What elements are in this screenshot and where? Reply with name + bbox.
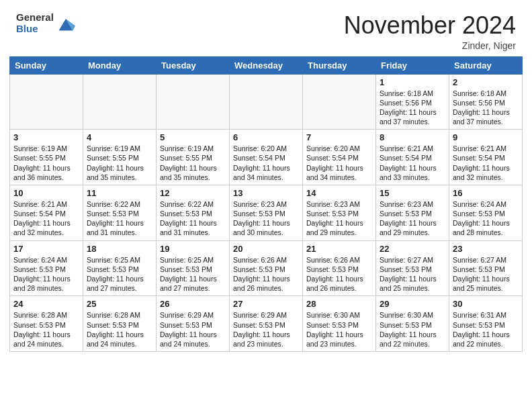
day-cell: 19Sunrise: 6:25 AMSunset: 5:53 PMDayligh… xyxy=(157,240,230,296)
day-info: Sunrise: 6:19 AMSunset: 5:55 PMDaylight:… xyxy=(13,144,79,182)
page: General Blue November 2024 Zinder, Niger… xyxy=(0,0,532,411)
day-cell: 17Sunrise: 6:24 AMSunset: 5:53 PMDayligh… xyxy=(10,240,83,296)
day-cell: 13Sunrise: 6:23 AMSunset: 5:53 PMDayligh… xyxy=(230,185,303,240)
day-info: Sunrise: 6:18 AMSunset: 5:56 PMDaylight:… xyxy=(453,89,519,127)
day-number: 24 xyxy=(13,299,79,309)
day-info: Sunrise: 6:26 AMSunset: 5:53 PMDaylight:… xyxy=(306,255,372,293)
day-cell xyxy=(303,74,376,130)
day-info: Sunrise: 6:20 AMSunset: 5:54 PMDaylight:… xyxy=(233,144,299,182)
day-info: Sunrise: 6:23 AMSunset: 5:53 PMDaylight:… xyxy=(380,199,445,238)
day-info: Sunrise: 6:30 AMSunset: 5:53 PMDaylight:… xyxy=(306,310,372,349)
day-number: 9 xyxy=(453,132,519,142)
day-cell: 8Sunrise: 6:21 AMSunset: 5:54 PMDaylight… xyxy=(376,130,449,185)
day-cell: 30Sunrise: 6:31 AMSunset: 5:53 PMDayligh… xyxy=(449,296,523,352)
day-info: Sunrise: 6:18 AMSunset: 5:56 PMDaylight:… xyxy=(380,89,445,127)
day-number: 1 xyxy=(380,77,445,87)
calendar-body: 1Sunrise: 6:18 AMSunset: 5:56 PMDaylight… xyxy=(10,74,523,351)
week-row-5: 24Sunrise: 6:28 AMSunset: 5:53 PMDayligh… xyxy=(10,296,523,352)
calendar-header: SundayMondayTuesdayWednesdayThursdayFrid… xyxy=(10,56,523,74)
logo-blue-text: Blue xyxy=(16,23,38,34)
day-cell: 16Sunrise: 6:24 AMSunset: 5:53 PMDayligh… xyxy=(449,185,523,240)
day-info: Sunrise: 6:22 AMSunset: 5:53 PMDaylight:… xyxy=(87,199,152,238)
day-number: 21 xyxy=(306,244,372,254)
day-info: Sunrise: 6:21 AMSunset: 5:54 PMDaylight:… xyxy=(13,199,79,238)
day-number: 13 xyxy=(233,188,299,198)
day-info: Sunrise: 6:29 AMSunset: 5:53 PMDaylight:… xyxy=(160,310,226,349)
day-number: 22 xyxy=(380,244,445,254)
day-number: 14 xyxy=(306,188,372,198)
col-header-sunday: Sunday xyxy=(10,56,83,74)
day-number: 7 xyxy=(306,132,372,142)
week-row-3: 10Sunrise: 6:21 AMSunset: 5:54 PMDayligh… xyxy=(10,185,523,240)
day-number: 4 xyxy=(87,132,152,142)
day-info: Sunrise: 6:31 AMSunset: 5:53 PMDaylight:… xyxy=(453,310,519,349)
day-number: 8 xyxy=(380,132,445,142)
col-header-friday: Friday xyxy=(376,56,449,74)
day-info: Sunrise: 6:24 AMSunset: 5:53 PMDaylight:… xyxy=(13,255,79,293)
day-cell xyxy=(83,74,157,130)
week-row-4: 17Sunrise: 6:24 AMSunset: 5:53 PMDayligh… xyxy=(10,240,523,296)
day-cell: 18Sunrise: 6:25 AMSunset: 5:53 PMDayligh… xyxy=(83,240,157,296)
header: General Blue November 2024 Zinder, Niger xyxy=(0,0,532,56)
header-row: SundayMondayTuesdayWednesdayThursdayFrid… xyxy=(10,56,523,74)
day-cell: 15Sunrise: 6:23 AMSunset: 5:53 PMDayligh… xyxy=(376,185,449,240)
day-cell: 24Sunrise: 6:28 AMSunset: 5:53 PMDayligh… xyxy=(10,296,83,352)
day-cell: 12Sunrise: 6:22 AMSunset: 5:53 PMDayligh… xyxy=(157,185,230,240)
col-header-monday: Monday xyxy=(83,56,157,74)
month-title: November 2024 xyxy=(344,12,516,39)
day-cell: 27Sunrise: 6:29 AMSunset: 5:53 PMDayligh… xyxy=(230,296,303,352)
day-info: Sunrise: 6:29 AMSunset: 5:53 PMDaylight:… xyxy=(233,310,299,349)
day-cell: 20Sunrise: 6:26 AMSunset: 5:53 PMDayligh… xyxy=(230,240,303,296)
day-info: Sunrise: 6:21 AMSunset: 5:54 PMDaylight:… xyxy=(453,144,519,182)
day-cell: 1Sunrise: 6:18 AMSunset: 5:56 PMDaylight… xyxy=(376,74,449,130)
day-info: Sunrise: 6:22 AMSunset: 5:53 PMDaylight:… xyxy=(160,199,226,238)
day-info: Sunrise: 6:23 AMSunset: 5:53 PMDaylight:… xyxy=(233,199,299,238)
week-row-1: 1Sunrise: 6:18 AMSunset: 5:56 PMDaylight… xyxy=(10,74,523,130)
day-cell: 7Sunrise: 6:20 AMSunset: 5:54 PMDaylight… xyxy=(303,130,376,185)
day-cell: 9Sunrise: 6:21 AMSunset: 5:54 PMDaylight… xyxy=(449,130,523,185)
day-cell: 6Sunrise: 6:20 AMSunset: 5:54 PMDaylight… xyxy=(230,130,303,185)
day-cell: 4Sunrise: 6:19 AMSunset: 5:55 PMDaylight… xyxy=(83,130,157,185)
day-cell xyxy=(230,74,303,130)
day-number: 6 xyxy=(233,132,299,142)
day-number: 18 xyxy=(87,244,152,254)
day-number: 20 xyxy=(233,244,299,254)
logo-general-text: General xyxy=(16,11,54,23)
day-info: Sunrise: 6:27 AMSunset: 5:53 PMDaylight:… xyxy=(380,255,445,293)
day-info: Sunrise: 6:27 AMSunset: 5:53 PMDaylight:… xyxy=(453,255,519,293)
day-cell: 26Sunrise: 6:29 AMSunset: 5:53 PMDayligh… xyxy=(157,296,230,352)
logo: General Blue xyxy=(16,12,75,34)
col-header-saturday: Saturday xyxy=(449,56,523,74)
day-cell: 14Sunrise: 6:23 AMSunset: 5:53 PMDayligh… xyxy=(303,185,376,240)
day-number: 19 xyxy=(160,244,226,254)
day-cell: 21Sunrise: 6:26 AMSunset: 5:53 PMDayligh… xyxy=(303,240,376,296)
day-number: 10 xyxy=(13,188,79,198)
day-number: 15 xyxy=(380,188,445,198)
day-info: Sunrise: 6:20 AMSunset: 5:54 PMDaylight:… xyxy=(306,144,372,182)
day-info: Sunrise: 6:25 AMSunset: 5:53 PMDaylight:… xyxy=(160,255,226,293)
col-header-thursday: Thursday xyxy=(303,56,376,74)
location: Zinder, Niger xyxy=(344,40,516,51)
day-number: 25 xyxy=(87,299,152,309)
day-cell: 2Sunrise: 6:18 AMSunset: 5:56 PMDaylight… xyxy=(449,74,523,130)
day-number: 28 xyxy=(306,299,372,309)
day-cell xyxy=(157,74,230,130)
day-info: Sunrise: 6:19 AMSunset: 5:55 PMDaylight:… xyxy=(160,144,226,182)
day-number: 27 xyxy=(233,299,299,309)
day-info: Sunrise: 6:28 AMSunset: 5:53 PMDaylight:… xyxy=(13,310,79,349)
day-info: Sunrise: 6:26 AMSunset: 5:53 PMDaylight:… xyxy=(233,255,299,293)
day-cell: 5Sunrise: 6:19 AMSunset: 5:55 PMDaylight… xyxy=(157,130,230,185)
day-cell xyxy=(10,74,83,130)
day-number: 29 xyxy=(380,299,445,309)
day-number: 11 xyxy=(87,188,152,198)
day-number: 5 xyxy=(160,132,226,142)
day-info: Sunrise: 6:19 AMSunset: 5:55 PMDaylight:… xyxy=(87,144,152,182)
day-number: 12 xyxy=(160,188,226,198)
week-row-2: 3Sunrise: 6:19 AMSunset: 5:55 PMDaylight… xyxy=(10,130,523,185)
day-cell: 29Sunrise: 6:30 AMSunset: 5:53 PMDayligh… xyxy=(376,296,449,352)
day-cell: 25Sunrise: 6:28 AMSunset: 5:53 PMDayligh… xyxy=(83,296,157,352)
col-header-wednesday: Wednesday xyxy=(230,56,303,74)
day-cell: 10Sunrise: 6:21 AMSunset: 5:54 PMDayligh… xyxy=(10,185,83,240)
calendar-table: SundayMondayTuesdayWednesdayThursdayFrid… xyxy=(9,56,523,352)
day-info: Sunrise: 6:30 AMSunset: 5:53 PMDaylight:… xyxy=(380,310,445,349)
